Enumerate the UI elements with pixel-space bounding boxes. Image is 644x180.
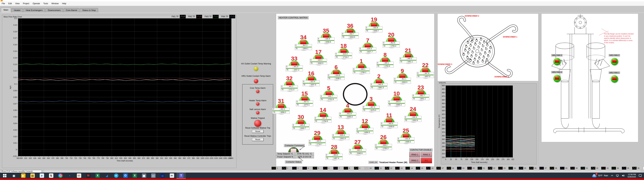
reset-watlow-controller-button[interactable]: Reset	[252, 138, 264, 141]
calculator[interactable]: ▦	[139, 172, 149, 179]
labview-app[interactable]: ▶	[18, 172, 28, 179]
tab-main[interactable]: Main	[1, 7, 11, 13]
plot-legend-entry-7[interactable]: 7	[334, 167, 344, 169]
start-button[interactable]	[0, 172, 9, 179]
plot-legend-entry-15[interactable]: 15	[416, 167, 426, 169]
horizontal-scrollbar[interactable]	[44, 170, 641, 173]
svg-text:900: 900	[156, 157, 158, 159]
plot-legend-entry-36[interactable]: 36	[632, 167, 642, 169]
alarm-led[interactable]	[256, 111, 260, 114]
plot-legend-entry-14[interactable]: 14	[406, 167, 416, 169]
winscp[interactable]: ◗	[65, 172, 74, 179]
chevron-up-icon[interactable]	[611, 174, 614, 176]
plot-legend-entry-34[interactable]: 34	[612, 167, 622, 169]
file-explorer[interactable]: ▤	[28, 172, 37, 179]
fan-button-hru-fan-1[interactable]	[611, 75, 618, 83]
plot-legend-entry-30[interactable]: 30	[570, 167, 581, 169]
plot-legend-entry-33[interactable]: 33	[601, 167, 612, 169]
snipping-tool[interactable]: ✂	[167, 172, 176, 179]
plot-legend-entry-12[interactable]: 12	[385, 167, 395, 169]
plot-legend-entry-23[interactable]: 23	[498, 167, 508, 169]
plot-legend-entry-5[interactable]: 5	[313, 167, 323, 169]
plot-legend-entry-22[interactable]: 22	[488, 167, 498, 169]
vscode[interactable]: ◢	[102, 172, 112, 179]
task-view-button[interactable]: ▣	[9, 172, 18, 179]
outlook[interactable]: O	[121, 172, 130, 179]
chrome[interactable]	[56, 172, 65, 179]
plot-legend-entry-31[interactable]: 31	[581, 167, 591, 169]
excel-2[interactable]: X	[130, 172, 139, 179]
plot-legend-entry-20[interactable]: 20	[467, 167, 478, 169]
plot-legend-entry-8[interactable]: 8	[344, 167, 354, 169]
action-center-icon[interactable]	[638, 174, 642, 177]
remote-desktop[interactable]: ▭	[149, 172, 158, 179]
edge[interactable]: e	[112, 172, 121, 179]
plot-legend-entry-35[interactable]: 35	[622, 167, 632, 169]
plot-legend-entry-16[interactable]: 16	[426, 167, 436, 169]
plot-legend-entry-19[interactable]: 19	[457, 167, 467, 169]
tab-heat-exchangers[interactable]: Heat Exchangers	[23, 8, 45, 13]
scroll-left-button[interactable]: <	[41, 170, 44, 173]
alarm-led[interactable]	[254, 67, 258, 71]
plot-legend-entry-27[interactable]: 27	[540, 167, 550, 169]
plot-legend-entry-24[interactable]: 24	[508, 167, 519, 169]
plot-legend-entry-25[interactable]: 25	[519, 167, 529, 169]
alarm-led[interactable]	[256, 90, 260, 93]
contactor-enable-ring-2[interactable]: RING 2	[409, 158, 420, 163]
svg-text:690: 690	[61, 157, 64, 159]
plot-legend-entry-3[interactable]: 3	[292, 167, 302, 169]
alarm-led[interactable]	[256, 102, 260, 106]
fan-button-hru-fan-3[interactable]	[553, 58, 561, 65]
plot-legend-entry-4[interactable]: 4	[302, 167, 313, 169]
tab-heater[interactable]: Heater	[12, 8, 23, 13]
menu-window[interactable]: Window	[50, 2, 60, 5]
weather-widget[interactable]: 1 53°F Rain	[592, 174, 608, 177]
plot-legend-entry-13[interactable]: 13	[395, 167, 406, 169]
fan-button-hru-fan-2[interactable]	[611, 58, 618, 65]
plot-legend-entry-2[interactable]: 2	[282, 167, 292, 169]
reset-software-watlow-button[interactable]: Reset	[252, 130, 264, 133]
alarm-led[interactable]	[254, 120, 261, 127]
menu-file[interactable]: File	[0, 2, 6, 5]
menu-operate[interactable]: Operate	[31, 2, 42, 5]
blue-wing-app[interactable]: ➤	[37, 172, 46, 179]
plot-legend-entry-32[interactable]: 32	[591, 167, 601, 169]
plot-legend-entry-6[interactable]: 6	[323, 167, 334, 169]
plot-legend-entry-9[interactable]: 9	[354, 167, 364, 169]
tab-downcomers[interactable]: Downcomers	[46, 8, 63, 13]
plot-legend-entry-1[interactable]: 1	[272, 167, 282, 169]
temp-pv-value: 341.9	[293, 66, 303, 68]
microsoft-365[interactable]: M	[84, 172, 93, 179]
menu-view[interactable]: View	[14, 2, 21, 5]
ez-flag-app[interactable]: EZ	[74, 172, 84, 179]
menu-tools[interactable]: Tools	[42, 2, 50, 5]
contactor-enable-all[interactable]: ALL	[421, 158, 432, 163]
teams[interactable]: T	[176, 172, 186, 179]
plot-legend-entry-17[interactable]: 17	[436, 167, 447, 169]
speaker-icon[interactable]	[622, 174, 625, 177]
contactor-enable-ring-3[interactable]: RING 3	[421, 152, 432, 157]
plot-legend-entry-10[interactable]: 10	[364, 167, 374, 169]
plot-legend-entry-26[interactable]: 26	[529, 167, 540, 169]
menu-help[interactable]: Help	[60, 2, 68, 5]
plot-legend-entry-29[interactable]: 29	[560, 167, 570, 169]
menu-project[interactable]: Project	[21, 2, 31, 5]
menu-edit[interactable]: Edit	[6, 2, 14, 5]
tab-core-barrel[interactable]: Core Barrel	[64, 8, 80, 13]
plot-legend-entry-28[interactable]: 28	[550, 167, 560, 169]
fan-button-hru-fan-4[interactable]	[553, 75, 561, 82]
plot-legend-entry-11[interactable]: 11	[374, 167, 385, 169]
alarm-led[interactable]	[254, 79, 258, 83]
tab-status-stop[interactable]: Status & Stop	[80, 8, 98, 13]
clock[interactable]: 12:58 PM 5/28/2025	[628, 173, 636, 178]
teamviewer[interactable]: ↔	[158, 172, 167, 179]
excel[interactable]: X	[93, 172, 102, 179]
settings-toggles[interactable]: ⇅	[46, 172, 56, 179]
network-icon[interactable]	[616, 174, 619, 177]
contactor-enable-ring-1[interactable]: RING 1	[409, 152, 420, 157]
red-screen-edge-bar	[0, 179, 644, 180]
plot-legend-entry-21[interactable]: 21	[478, 167, 488, 169]
scroll-right-button[interactable]: >	[641, 170, 644, 173]
legend-scrollbar-thumb[interactable]	[643, 166, 644, 170]
plot-legend-entry-18[interactable]: 18	[447, 167, 457, 169]
